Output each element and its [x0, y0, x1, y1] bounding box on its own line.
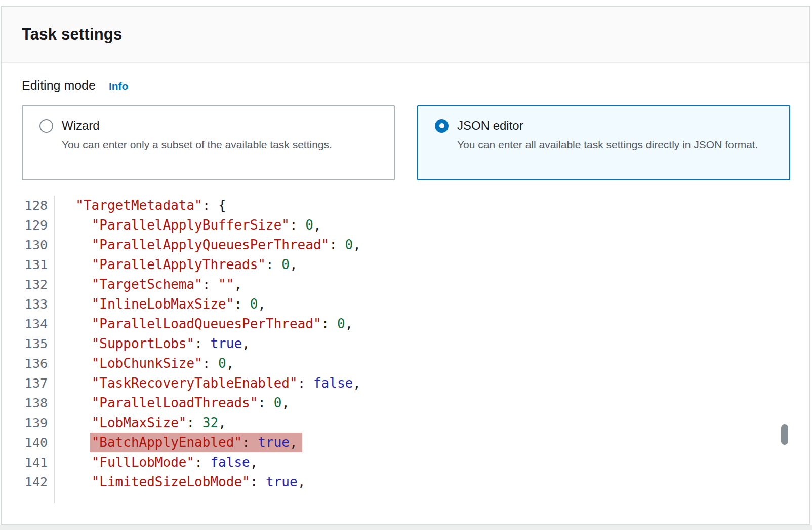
code-token-plain: : — [234, 296, 250, 312]
code-line[interactable]: 132 "TargetSchema": "", — [2, 275, 809, 294]
code-text: "InlineLobMaxSize": 0, — [55, 294, 266, 314]
code-line[interactable]: 142 "LimitedSizeLobMode": true, — [2, 472, 809, 492]
line-number: 142 — [2, 472, 55, 492]
code-token-plain: : — [329, 237, 345, 252]
code-text: "TargetSchema": "", — [55, 275, 242, 294]
code-line[interactable]: 133 "InlineLobMaxSize": 0, — [2, 294, 809, 314]
code-token-boolean: true — [258, 435, 290, 450]
tile-json-editor-title: JSON editor — [457, 119, 523, 133]
code-line[interactable]: 130 "ParallelApplyQueuesPerThread": 0, — [2, 235, 809, 255]
code-token-plain: , — [345, 316, 353, 331]
code-token-boolean: true — [266, 474, 298, 489]
code-line[interactable]: 137 "TaskRecoveryTableEnabled": false, — [2, 373, 809, 393]
tile-wizard-description: You can enter only a subset of the avail… — [62, 137, 366, 153]
line-number: 132 — [2, 275, 55, 294]
info-link[interactable]: Info — [109, 80, 128, 92]
panel-body: Editing mode Info Wizard You can enter o… — [2, 63, 809, 180]
code-text: "TargetMetadata": { — [55, 196, 226, 215]
code-line[interactable]: 138 "ParallelLoadThreads": 0, — [2, 393, 809, 413]
code-token-number: 0 — [274, 395, 282, 410]
code-token-number: 32 — [202, 415, 218, 430]
code-token-plain: , — [226, 356, 234, 371]
code-token-plain: , — [313, 217, 321, 233]
code-token-plain: : — [266, 257, 281, 272]
code-token-key: "FullLobMode" — [92, 455, 195, 470]
code-token-plain: : — [250, 474, 266, 489]
code-token-plain: : — [186, 415, 202, 430]
code-token-number: 0 — [281, 257, 290, 272]
tile-wizard-head: Wizard — [39, 119, 382, 133]
code-token-number: 0 — [218, 356, 226, 371]
code-text: "BatchApplyEnabled": true, — [55, 433, 302, 452]
code-text: "SupportLobs": true, — [55, 334, 250, 354]
code-token-plain: : — [202, 277, 218, 292]
code-token-number: 0 — [305, 217, 313, 233]
line-number: 139 — [2, 413, 55, 433]
code-text: "FullLobMode": false, — [55, 452, 258, 472]
code-token-key: "ParallelApplyBufferSize" — [92, 217, 290, 233]
code-token-number: 0 — [250, 296, 258, 312]
code-line[interactable]: 129 "ParallelApplyBufferSize": 0, — [2, 215, 809, 235]
scrollbar-thumb[interactable] — [781, 424, 788, 445]
code-token-number: 0 — [345, 237, 353, 252]
code-editor[interactable]: 128 "TargetMetadata": {129 "ParallelAppl… — [2, 196, 809, 503]
code-token-plain: , — [353, 237, 361, 252]
code-token-boolean: false — [210, 455, 250, 470]
code-text: "LimitedSizeLobMode": true, — [55, 472, 305, 492]
code-line[interactable]: 141 "FullLobMode": false, — [2, 452, 809, 472]
code-token-plain: , — [290, 435, 298, 450]
line-number: 136 — [2, 354, 55, 373]
tile-wizard[interactable]: Wizard You can enter only a subset of th… — [22, 105, 395, 180]
line-number: 133 — [2, 294, 55, 314]
wizard-radio-button[interactable] — [39, 119, 53, 133]
code-text: "ParallelApplyQueuesPerThread": 0, — [55, 235, 361, 255]
line-number: 137 — [2, 373, 55, 393]
code-token-plain: , — [234, 277, 242, 292]
code-token-key: "TaskRecoveryTableEnabled" — [92, 375, 298, 391]
code-text: "LobChunkSize": 0, — [55, 354, 234, 373]
code-token-plain: : — [194, 455, 210, 470]
code-token-key: "BatchApplyEnabled" — [92, 435, 242, 450]
code-line[interactable]: 128 "TargetMetadata": { — [2, 196, 809, 215]
code-text: "ParallelApplyBufferSize": 0, — [55, 215, 321, 235]
code-token-boolean: true — [210, 336, 242, 351]
code-line[interactable]: 136 "LobChunkSize": 0, — [2, 354, 809, 373]
tile-json-editor-head: JSON editor — [435, 119, 777, 133]
code-token-plain: : — [258, 395, 273, 410]
code-token-plain: , — [242, 336, 250, 351]
code-text: "ParallelApplyThreads": 0, — [55, 255, 298, 275]
code-line[interactable]: 131 "ParallelApplyThreads": 0, — [2, 255, 809, 275]
json-editor-radio-button[interactable] — [435, 119, 449, 133]
editing-mode-row: Editing mode Info — [22, 78, 790, 96]
code-token-key: "ParallelLoadThreads" — [92, 395, 258, 410]
code-line[interactable]: 140 "BatchApplyEnabled": true, — [2, 433, 809, 452]
line-number: 140 — [2, 433, 55, 452]
line-number-spacer — [2, 492, 55, 503]
code-line[interactable]: 134 "ParallelLoadQueuesPerThread": 0, — [2, 314, 809, 334]
code-token-plain: { — [218, 198, 226, 213]
code-text: "LobMaxSize": 32, — [55, 413, 226, 433]
line-number: 135 — [2, 334, 55, 354]
line-number: 134 — [2, 314, 55, 334]
code-token-string: "" — [218, 277, 234, 292]
line-number: 130 — [2, 235, 55, 255]
page-background-strip — [0, 525, 812, 530]
code-token-key: "LimitedSizeLobMode" — [92, 474, 250, 489]
panel-title: Task settings — [22, 25, 122, 44]
code-text: "TaskRecoveryTableEnabled": false, — [55, 373, 361, 393]
code-line-spacer — [2, 492, 809, 503]
editing-mode-label: Editing mode — [22, 78, 96, 93]
code-line[interactable]: 139 "LobMaxSize": 32, — [2, 413, 809, 433]
code-token-plain: : — [290, 217, 305, 233]
code-text: "ParallelLoadThreads": 0, — [55, 393, 290, 413]
code-token-key: "ParallelApplyQueuesPerThread" — [92, 237, 330, 252]
code-token-key: "TargetMetadata" — [75, 198, 202, 213]
code-token-plain: , — [258, 296, 266, 312]
tile-json-editor[interactable]: JSON editor You can enter all available … — [417, 105, 790, 180]
code-token-plain: : — [194, 336, 210, 351]
code-token-plain: , — [353, 375, 361, 391]
code-line[interactable]: 135 "SupportLobs": true, — [2, 334, 809, 354]
code-token-plain: : — [202, 198, 218, 213]
code-token-key: "SupportLobs" — [92, 336, 195, 351]
code-token-plain: : — [242, 435, 258, 450]
